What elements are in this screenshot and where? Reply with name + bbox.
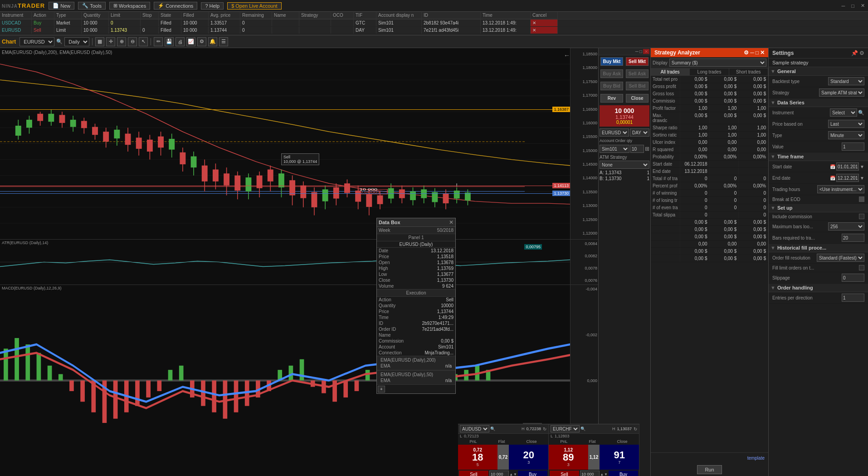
sa-minimize[interactable]: ─ — [750, 49, 754, 56]
eurchf-qty-down[interactable]: ▼ — [604, 472, 608, 476]
entries-input[interactable] — [842, 294, 864, 302]
draw-icon[interactable]: ✏ — [154, 37, 163, 46]
eurchf-qty-up[interactable]: ▲ — [600, 472, 604, 476]
sa-close[interactable]: ✕ — [760, 49, 765, 56]
instrument-setting-select[interactable]: Select — [830, 108, 857, 117]
connections-button[interactable]: ⚡ Connections — [154, 2, 197, 10]
order-fill-select[interactable]: Standard (Fastest) — [817, 254, 864, 262]
close-icon[interactable]: ✕ — [861, 3, 865, 9]
sell-ask-button[interactable]: Sell Ask — [626, 69, 649, 78]
qty-settings-icon[interactable]: ⊞ — [645, 146, 649, 152]
open-live-button[interactable]: $ Open Live Account — [227, 2, 281, 10]
zoom-out-icon[interactable]: ⊖ — [128, 37, 137, 46]
buy-mkt-button[interactable]: Buy Mkt — [600, 57, 623, 66]
zoom-in-icon[interactable]: ⊕ — [117, 37, 126, 46]
run-button[interactable]: Run — [697, 465, 722, 474]
tab-short-trades[interactable]: Short trades — [729, 69, 768, 75]
backtest-type-select[interactable]: Standard — [828, 77, 864, 85]
sa-maximize[interactable]: □ — [756, 49, 759, 56]
sa-settings-icon[interactable]: ⚙ — [744, 49, 749, 56]
value-input[interactable] — [842, 142, 864, 151]
start-date-input[interactable] — [836, 162, 859, 171]
audusd-qty-input[interactable] — [489, 471, 509, 476]
buy-ask-button[interactable]: Buy Ask — [600, 69, 623, 78]
eurchf-search[interactable]: 🔍 — [580, 427, 585, 431]
audusd-refresh[interactable]: ↻ — [543, 427, 546, 432]
historical-fill-header[interactable]: ▼ Historical fill proce... — [769, 244, 868, 252]
arrow-icon[interactable]: ↖ — [139, 37, 148, 46]
help-button[interactable]: ? Help — [201, 2, 224, 10]
settings-pin-icon[interactable]: 📌 — [851, 50, 858, 56]
start-date-dropdown[interactable]: ▼ — [860, 164, 864, 169]
workspaces-button[interactable]: ⊞ Workspaces — [109, 2, 150, 10]
order-cell[interactable]: ✕ — [531, 27, 558, 34]
sell-mkt-button[interactable]: Sell Mkt — [626, 57, 649, 66]
instrument-search-icon[interactable]: 🔍 — [858, 110, 864, 116]
buy-bid-button[interactable]: Buy Bid — [600, 82, 623, 90]
data-series-header[interactable]: ▼ Data Series — [769, 98, 868, 107]
eurchf-qty-input[interactable] — [580, 471, 600, 476]
databox-add-button[interactable]: + — [378, 386, 385, 393]
eurchf-buy-button[interactable]: Buy — [609, 471, 638, 476]
include-commission-checkbox[interactable] — [859, 214, 864, 219]
databox-close-button[interactable]: ✕ — [449, 219, 454, 226]
order-cell[interactable]: ✕ — [531, 20, 558, 26]
template-button[interactable]: template — [746, 455, 766, 461]
setup-header[interactable]: ▼ Set up — [769, 204, 868, 212]
instrument-select-trade[interactable]: EURUSD — [600, 128, 629, 137]
trading-hours-select[interactable]: <Use instrument... — [817, 185, 864, 193]
strategy-icon[interactable]: ⚙ — [197, 37, 206, 46]
settings-icon-btn[interactable]: ⚙ — [859, 50, 864, 56]
audusd-buy-button[interactable]: Buy — [518, 471, 547, 476]
panel-close[interactable]: ✕ — [643, 49, 649, 54]
alert-icon[interactable]: 🔔 — [208, 37, 217, 46]
sell-bid-button[interactable]: Sell Bid — [626, 82, 649, 90]
audusd-sell-button[interactable]: Sell — [459, 471, 488, 476]
display-select[interactable]: Summary ($) — [669, 59, 766, 67]
order-handling-header[interactable]: ▼ Order handling — [769, 284, 868, 292]
minimize-icon[interactable]: ─ — [842, 3, 845, 9]
tab-all-trades[interactable]: All trades — [651, 69, 690, 75]
rev-button[interactable]: Rev — [600, 94, 623, 103]
price-based-select[interactable]: Last — [828, 120, 864, 128]
eurchf-refresh[interactable]: ↻ — [634, 427, 637, 432]
break-eod-checkbox[interactable] — [859, 196, 864, 202]
fill-limit-checkbox[interactable] — [859, 265, 864, 270]
max-bars-select[interactable]: 256 — [828, 222, 864, 231]
atm-select[interactable]: None — [600, 161, 649, 169]
new-button[interactable]: 📄 New — [49, 2, 74, 10]
close-button[interactable]: Close — [626, 94, 649, 103]
save-icon[interactable]: 💾 — [165, 37, 174, 46]
crosshair-icon[interactable]: ✛ — [106, 37, 115, 46]
bars-icon[interactable]: ▦ — [95, 37, 104, 46]
maximize-icon[interactable]: □ — [851, 3, 854, 9]
end-date-dropdown[interactable]: ▼ — [860, 176, 864, 181]
timeframe-select[interactable]: Daily — [64, 37, 89, 46]
end-date-input[interactable] — [836, 174, 859, 182]
main-chart-panel[interactable]: EMA(EURUSD (Daily),200), EMA(EURUSD (Dai… — [0, 48, 598, 240]
tif-select[interactable]: DAY — [630, 128, 649, 137]
strategy-select[interactable]: Sample ATM strategy — [819, 88, 864, 97]
timeframe-header[interactable]: ▼ Time frame — [769, 152, 868, 161]
eurchf-select[interactable]: EURCHF — [551, 425, 580, 432]
search-icon[interactable]: 🔍 — [56, 39, 63, 44]
tools-button[interactable]: 🔧 Tools — [78, 2, 106, 10]
audusd-search[interactable]: 🔍 — [490, 427, 495, 431]
bars-required-input[interactable] — [842, 234, 864, 242]
audusd-qty-down[interactable]: ▼ — [513, 472, 517, 476]
instrument-select[interactable]: EURUSD — [20, 37, 54, 46]
order-qty-input[interactable] — [630, 145, 644, 153]
panel-max[interactable]: □ — [639, 49, 642, 54]
panel-min[interactable]: ─ — [635, 49, 639, 54]
slippage-input[interactable] — [842, 274, 864, 282]
tab-long-trades[interactable]: Long trades — [690, 69, 729, 75]
type-select[interactable]: Minute — [828, 131, 864, 139]
eurchf-sell-button[interactable]: Sell — [550, 471, 579, 476]
list-icon[interactable]: ☰ — [219, 37, 228, 46]
audusd-select[interactable]: AUDUSD — [460, 425, 489, 432]
audusd-qty-up[interactable]: ▲ — [509, 472, 513, 476]
general-header[interactable]: ▼ General — [769, 67, 868, 76]
print-icon[interactable]: 🖨 — [176, 37, 185, 46]
indicator-icon[interactable]: 📈 — [186, 37, 195, 46]
account-select[interactable]: Sim101 — [600, 145, 629, 153]
